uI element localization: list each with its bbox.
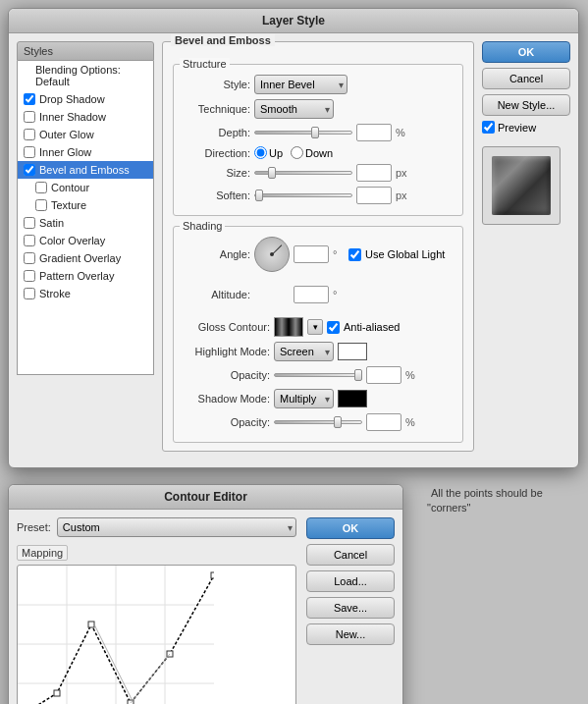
direction-up-item: Up [254,146,283,159]
cancel-button[interactable]: Cancel [482,68,570,89]
angle-input[interactable]: 120 [294,245,329,263]
soften-row: Soften: 0 px [182,187,454,204]
size-input[interactable]: 5 [356,164,392,182]
style-item[interactable]: Stroke [18,285,153,302]
preset-select-wrapper: Custom [57,517,296,537]
preview-area [482,146,561,225]
shadow-opacity-thumb[interactable] [334,416,342,428]
soften-slider[interactable] [254,193,352,197]
style-item[interactable]: Blending Options: Default [18,61,153,90]
anti-aliased-row: Anti-aliased [327,321,400,334]
gloss-contour-label: Gloss Contour: [182,321,270,333]
shadow-opacity-input[interactable]: 72 [366,413,401,431]
preset-label: Preset: [17,521,51,533]
preview-checkbox[interactable] [482,121,495,134]
contour-ok-button[interactable]: OK [306,517,395,539]
shadow-opacity-slider[interactable] [274,420,362,424]
size-label: Size: [182,167,250,179]
gloss-preview[interactable] [274,317,303,337]
info-text: All the points should be "corners" [427,483,543,517]
highlight-opacity-label: Opacity: [182,369,270,381]
global-light-row: Use Global Light [348,248,445,261]
control-point-2[interactable] [88,622,94,627]
style-item[interactable]: Outer Glow [18,126,153,143]
soften-input[interactable]: 0 [356,187,392,204]
style-item[interactable]: Inner Shadow [18,108,153,126]
mapping-label: Mapping [17,545,68,561]
contour-canvas[interactable] [18,566,214,704]
highlight-color-swatch[interactable] [338,343,367,360]
contour-cancel-button[interactable]: Cancel [306,544,395,566]
mapping-box [17,565,296,704]
highlight-opacity-slider[interactable] [274,373,362,377]
preset-select[interactable]: Custom [57,517,296,537]
style-item[interactable]: Contour [18,179,153,196]
contour-save-button[interactable]: Save... [306,597,395,619]
styles-panel: Styles Blending Options: DefaultDrop Sha… [17,41,154,460]
control-point-end[interactable] [211,572,214,578]
highlight-opacity-unit: % [405,369,417,381]
shadow-opacity-row: Opacity: 72 % [182,413,454,431]
size-row: Size: 5 px [182,164,454,182]
depth-label: Depth: [182,127,250,138]
shadow-mode-row: Shadow Mode: Multiply Normal Screen [182,389,454,408]
shadow-color-swatch[interactable] [338,390,367,407]
depth-thumb[interactable] [311,127,319,138]
highlight-mode-select[interactable]: Screen Normal Multiply [274,342,334,361]
contour-load-button[interactable]: Load... [306,570,395,592]
style-item[interactable]: Inner Glow [18,143,153,161]
contour-editor-body: Preset: Custom Mapping [9,510,402,704]
direction-up-radio[interactable] [254,146,267,159]
style-item[interactable]: Color Overlay [18,232,153,249]
size-unit: px [396,167,407,179]
style-item[interactable]: Bevel and Emboss [18,161,153,179]
bottom-dialogs: Contour Editor Preset: Custom Mapping [0,476,588,704]
buttons-panel: OK Cancel New Style... Preview [482,41,570,460]
angle-dial[interactable] [254,237,290,272]
preview-row: Preview [482,121,570,134]
technique-select[interactable]: Smooth Chisel Hard Chisel Soft [254,99,334,119]
gloss-contour-arrow[interactable]: ▾ [307,319,323,335]
style-item[interactable]: Drop Shadow [18,90,153,108]
contour-new-button[interactable]: New... [306,623,395,645]
altitude-input[interactable]: 30 [294,286,329,303]
style-item[interactable]: Pattern Overlay [18,267,153,285]
new-style-button[interactable]: New Style... [482,94,570,116]
highlight-mode-select-wrapper: Screen Normal Multiply [274,342,334,361]
angle-row: Angle: 120 ° Use Global Light [182,237,454,272]
global-light-checkbox[interactable] [348,248,361,261]
gloss-contour-row: Gloss Contour: ▾ Anti-aliased [182,317,454,337]
preview-label: Preview [498,122,536,134]
style-item[interactable]: Satin [18,214,153,232]
direction-up-label: Up [269,147,283,159]
highlight-opacity-row: Opacity: 100 % [182,366,454,384]
style-select[interactable]: Inner Bevel Outer Bevel Emboss Pillow Em… [254,75,347,94]
highlight-mode-row: Highlight Mode: Screen Normal Multiply [182,342,454,361]
technique-row: Technique: Smooth Chisel Hard Chisel Sof… [182,99,454,119]
depth-unit: % [396,127,407,138]
info-text-area: All the points should be "corners" [411,476,588,526]
direction-down-item: Down [291,146,333,159]
style-item[interactable]: Gradient Overlay [18,249,153,267]
direction-radio-group: Up Down [254,146,333,159]
direction-label: Direction: [182,147,250,159]
depth-input[interactable]: 100 [356,124,392,141]
direction-down-label: Down [305,147,333,159]
ok-button[interactable]: OK [482,41,570,63]
highlight-opacity-thumb[interactable] [354,369,362,381]
depth-slider[interactable] [254,131,352,135]
dialog-title: Layer Style [9,9,578,33]
style-row: Style: Inner Bevel Outer Bevel Emboss Pi… [182,75,454,94]
soften-thumb[interactable] [255,190,263,201]
shadow-mode-select[interactable]: Multiply Normal Screen [274,389,334,408]
size-thumb[interactable] [268,167,276,179]
shadow-mode-select-wrapper: Multiply Normal Screen [274,389,334,408]
style-item[interactable]: Texture [18,196,153,214]
angle-indicator [272,244,283,255]
size-slider[interactable] [254,171,352,175]
direction-down-radio[interactable] [291,146,303,159]
direction-row: Direction: Up Down [182,146,454,159]
highlight-opacity-input[interactable]: 100 [366,366,401,384]
control-point-1[interactable] [54,690,60,696]
anti-aliased-checkbox[interactable] [327,321,340,334]
